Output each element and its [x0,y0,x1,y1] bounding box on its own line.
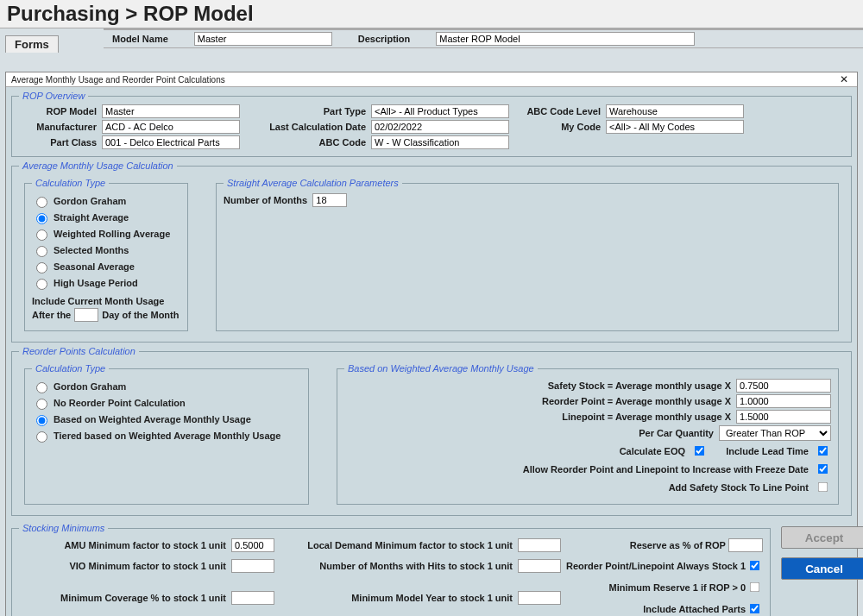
amu-radio-seasonal[interactable] [36,262,47,273]
reorder-label: Reorder Point = Average monthly usage X [542,396,731,406]
rp-calc-type-fieldset: Calculation Type Gordon Graham No Reorde… [24,363,309,505]
my-code-label: My Code [514,122,601,132]
manufacturer-input[interactable] [102,120,240,134]
rp-radio-none[interactable] [36,399,47,410]
num-months-label: Number of Months [224,195,307,205]
amu-params-fieldset: Straight Average Calculation Parameters … [216,178,839,331]
amu-min-label: AMU Minimum factor to stock 1 unit [19,540,226,550]
safety-input[interactable] [736,379,831,393]
abc-level-input[interactable] [606,104,744,118]
accept-button[interactable]: Accept [781,526,863,549]
calculation-dialog: Average Monthly Usage and Reorder Point … [5,72,858,616]
my-code-input[interactable] [606,120,744,134]
min-reserve1-check[interactable] [750,582,760,593]
rp-radio-weighted[interactable] [36,415,47,426]
include-current-label1: Include Current Month Usage [32,296,180,306]
include-attached-check[interactable] [750,604,760,614]
amu-radio-straight[interactable] [36,213,47,224]
months-hits-input[interactable] [518,559,561,573]
always-stock-label: Reorder Point/Linepoint Always Stock 1 [566,561,746,571]
rp-fieldset: Reorder Points Calculation Calculation T… [11,346,852,516]
add-safety-label: Add Safety Stock To Line Point [669,482,809,493]
description-input[interactable] [436,32,695,46]
amu-min-input[interactable] [231,538,274,552]
add-safety-check[interactable] [818,482,828,493]
vio-min-input[interactable] [231,559,274,573]
radio-weighted-rolling: Weighted Rolling Average [32,227,180,241]
amu-fieldset: Average Monthly Usage Calculation Calcul… [11,160,852,343]
min-reserve1-label: Minimum Reserve 1 if ROP > 0 [609,582,746,593]
amu-radio-gordon[interactable] [36,197,47,208]
reserve-pct-input[interactable] [728,538,763,552]
include-after-label: After the [32,310,71,320]
include-day-input[interactable] [74,308,98,322]
part-class-input[interactable] [102,135,240,149]
calc-eoq-label: Calculate EOQ [620,446,685,456]
rp-radio-gordon[interactable] [36,382,47,393]
local-demand-label: Local Demand Minimum factor to stock 1 u… [280,540,513,550]
part-type-input[interactable] [371,104,509,118]
model-name-label: Model Name [112,34,168,44]
breadcrumb-bar: Purchasing > ROP Model [0,0,863,28]
abc-code-label: ABC Code [245,137,366,148]
include-dom-label: Day of the Month [102,310,179,320]
per-car-select[interactable]: Greater Than ROP [719,425,831,441]
radio-high-usage: High Usage Period [32,276,180,290]
reserve-pct-label: Reserve as % of ROP [630,540,726,550]
rp-params-legend: Based on Weighted Average Monthly Usage [344,363,538,374]
rp-calc-type-legend: Calculation Type [32,363,109,374]
header-fields: Model Name Description [104,28,863,48]
min-cov-label: Minimum Coverage % to stock 1 unit [19,593,226,603]
calc-eoq-check[interactable] [695,446,705,456]
local-demand-input[interactable] [518,538,561,552]
months-hits-label: Number of Months with Hits to stock 1 un… [280,561,513,571]
amu-calc-type-legend: Calculation Type [32,178,109,188]
rp-radio-tiered[interactable] [36,431,47,443]
amu-radio-high-usage[interactable] [36,279,47,290]
linepoint-input[interactable] [736,410,831,424]
manufacturer-label: Manufacturer [19,122,97,132]
model-name-input[interactable] [194,32,332,46]
radio-straight: Straight Average [32,211,180,224]
rop-model-label: ROP Model [19,106,97,116]
vio-min-label: VIO Minimum factor to stock 1 unit [19,561,226,571]
rop-overview-legend: ROP Overview [19,91,88,101]
radio-seasonal: Seasonal Average [32,260,180,273]
allow-increase-label: Allow Reorder Point and Linepoint to Inc… [523,464,809,475]
abc-code-input[interactable] [371,135,509,149]
reorder-input[interactable] [736,394,831,408]
part-class-label: Part Class [19,137,97,148]
amu-legend: Average Monthly Usage Calculation [19,160,177,171]
amu-radio-weighted-rolling[interactable] [36,229,47,241]
last-calc-label: Last Calculation Date [245,122,366,132]
rp-params-fieldset: Based on Weighted Average Monthly Usage … [337,363,839,505]
close-icon[interactable]: ✕ [836,73,852,85]
tab-forms[interactable]: Forms [5,35,59,53]
include-attached-label: Include Attached Parts [643,604,746,614]
rp-legend: Reorder Points Calculation [19,346,139,356]
lead-time-check[interactable] [818,446,828,456]
per-car-label: Per Car Quantity [639,428,714,438]
safety-label: Safety Stock = Average monthly usage X [548,380,731,391]
lead-time-label: Include Lead Time [726,446,809,456]
allow-increase-check[interactable] [818,464,828,475]
min-model-year-input[interactable] [518,591,561,605]
always-stock-check[interactable] [750,561,760,571]
description-label: Description [358,34,411,44]
stocking-fieldset: Stocking Minimums AMU Minimum factor to … [11,523,771,616]
cancel-button[interactable]: Cancel [781,557,863,580]
stocking-legend: Stocking Minimums [19,523,108,533]
amu-calc-type-fieldset: Calculation Type Gordon Graham Straight … [24,178,188,331]
amu-radio-selected-months[interactable] [36,246,47,257]
min-model-year-label: Minimum Model Year to stock 1 unit [280,593,513,603]
dialog-title: Average Monthly Usage and Reorder Point … [11,75,225,85]
radio-gordon: Gordon Graham [32,194,180,208]
rop-model-input[interactable] [102,104,240,118]
radio-selected-months: Selected Months [32,243,180,257]
breadcrumb: Purchasing > ROP Model [7,2,856,26]
last-calc-input[interactable] [371,120,509,134]
amu-params-legend: Straight Average Calculation Parameters [224,178,402,188]
linepoint-label: Linepoint = Average monthly usage X [562,412,731,422]
min-cov-input[interactable] [231,591,274,605]
num-months-input[interactable] [312,193,347,207]
